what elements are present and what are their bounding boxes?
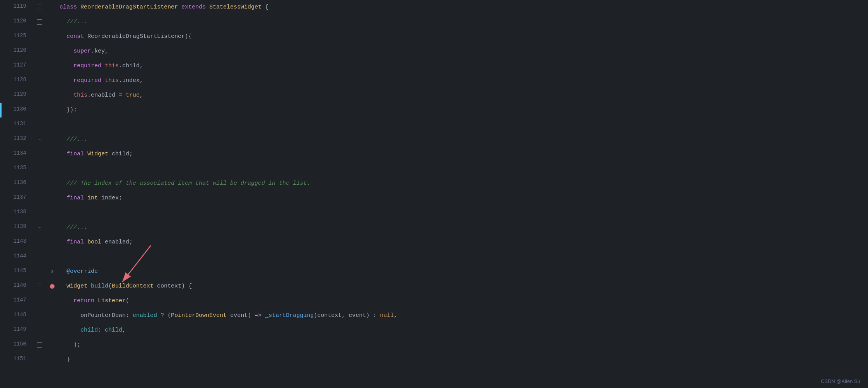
- debug-marker: [46, 73, 58, 88]
- line-number: 1135: [2, 162, 32, 176]
- line-content: child: child,: [58, 323, 868, 338]
- debug-marker: [46, 308, 58, 323]
- fold-icon[interactable]: −: [37, 137, 42, 142]
- code-line: 1128 required this.index,: [0, 73, 868, 88]
- debug-marker: [46, 15, 58, 29]
- line-gutter[interactable]: −: [32, 338, 46, 352]
- fold-icon[interactable]: −: [37, 342, 42, 348]
- code-line: 1125 const ReorderableDragStartListener(…: [0, 29, 868, 44]
- fold-icon[interactable]: −: [37, 19, 42, 25]
- line-content: [58, 206, 868, 220]
- code-line: 1132− ///...: [0, 132, 868, 147]
- code-line: 1130 });: [0, 103, 868, 117]
- line-gutter[interactable]: [32, 235, 46, 250]
- debug-marker: [46, 117, 58, 132]
- line-number: 1134: [2, 147, 32, 162]
- line-number: 1125: [2, 29, 32, 44]
- line-number: 1120: [2, 15, 32, 29]
- line-content: ///...: [58, 220, 868, 235]
- line-gutter[interactable]: −: [32, 0, 46, 15]
- line-gutter[interactable]: [32, 29, 46, 44]
- debug-marker: [46, 176, 58, 191]
- line-content: ///...: [58, 15, 868, 29]
- code-line: 1136 /// The index of the associated ite…: [0, 176, 868, 191]
- line-number: 1151: [2, 352, 32, 367]
- breakpoint-dot: [50, 284, 55, 289]
- line-gutter[interactable]: −: [32, 279, 46, 294]
- line-number: 1144: [2, 250, 32, 264]
- debug-marker: [46, 191, 58, 206]
- code-line: 1129 this.enabled = true,: [0, 88, 868, 103]
- line-gutter[interactable]: [32, 176, 46, 191]
- line-content: });: [58, 103, 868, 117]
- debug-marker: [46, 147, 58, 162]
- code-line: 1138: [0, 206, 868, 220]
- debug-marker: [46, 162, 58, 176]
- line-gutter[interactable]: [32, 117, 46, 132]
- line-gutter[interactable]: [32, 206, 46, 220]
- code-line: 1149 child: child,: [0, 323, 868, 338]
- line-content: /// The index of the associated item tha…: [58, 176, 868, 191]
- line-gutter[interactable]: −: [32, 15, 46, 29]
- debug-marker: [46, 220, 58, 235]
- watermark: CSDN @Allen Su: [821, 378, 860, 384]
- line-content: required this.child,: [58, 59, 868, 73]
- line-number: 1130: [2, 103, 32, 117]
- code-line: 1135: [0, 162, 868, 176]
- line-gutter[interactable]: [32, 44, 46, 59]
- line-number: 1126: [2, 44, 32, 59]
- debug-marker: [46, 235, 58, 250]
- debug-marker: [46, 103, 58, 117]
- line-content: ///...: [58, 132, 868, 147]
- line-gutter[interactable]: [32, 264, 46, 279]
- line-number: 1147: [2, 294, 32, 308]
- debug-marker: [46, 44, 58, 59]
- line-gutter[interactable]: [32, 250, 46, 264]
- code-line: 1137 final int index;: [0, 191, 868, 206]
- line-gutter[interactable]: [32, 162, 46, 176]
- line-gutter[interactable]: [32, 323, 46, 338]
- line-gutter[interactable]: [32, 147, 46, 162]
- line-gutter[interactable]: [32, 88, 46, 103]
- debug-marker: [46, 59, 58, 73]
- line-gutter[interactable]: [32, 73, 46, 88]
- line-gutter[interactable]: −: [32, 132, 46, 147]
- line-number: 1119: [2, 0, 32, 15]
- line-gutter[interactable]: [32, 59, 46, 73]
- code-line: 1146− Widget build(BuildContext context)…: [0, 279, 868, 294]
- debug-marker: [46, 323, 58, 338]
- code-line: 1145s @override: [0, 264, 868, 279]
- line-gutter[interactable]: [32, 103, 46, 117]
- code-editor: 1119−class ReorderableDragStartListener …: [0, 0, 868, 388]
- code-line: 1126 super.key,: [0, 44, 868, 59]
- code-line: 1148 onPointerDown: enabled ? (PointerDo…: [0, 308, 868, 323]
- line-gutter[interactable]: [32, 308, 46, 323]
- line-content: class ReorderableDragStartListener exten…: [58, 0, 868, 15]
- line-content: [58, 117, 868, 132]
- line-content: onPointerDown: enabled ? (PointerDownEve…: [58, 308, 868, 323]
- debug-marker: [46, 0, 58, 15]
- fold-icon[interactable]: −: [37, 284, 42, 289]
- debug-marker: [46, 338, 58, 352]
- debug-marker: s: [46, 264, 58, 279]
- line-number: 1143: [2, 235, 32, 250]
- line-content: const ReorderableDragStartListener({: [58, 29, 868, 44]
- line-content: );: [58, 338, 868, 352]
- fold-icon[interactable]: −: [37, 225, 42, 230]
- line-number: 1138: [2, 206, 32, 220]
- line-content: final Widget child;: [58, 147, 868, 162]
- code-line: 1120− ///...: [0, 15, 868, 29]
- line-gutter[interactable]: [32, 352, 46, 367]
- debug-marker: [46, 352, 58, 367]
- code-line: 1144: [0, 250, 868, 264]
- line-number: 1127: [2, 59, 32, 73]
- fold-icon[interactable]: −: [37, 5, 42, 10]
- line-content: super.key,: [58, 44, 868, 59]
- line-gutter[interactable]: −: [32, 220, 46, 235]
- code-line: 1127 required this.child,: [0, 59, 868, 73]
- line-gutter[interactable]: [32, 191, 46, 206]
- line-content: [58, 250, 868, 264]
- line-number: 1150: [2, 338, 32, 352]
- line-gutter[interactable]: [32, 294, 46, 308]
- line-number: 1139: [2, 220, 32, 235]
